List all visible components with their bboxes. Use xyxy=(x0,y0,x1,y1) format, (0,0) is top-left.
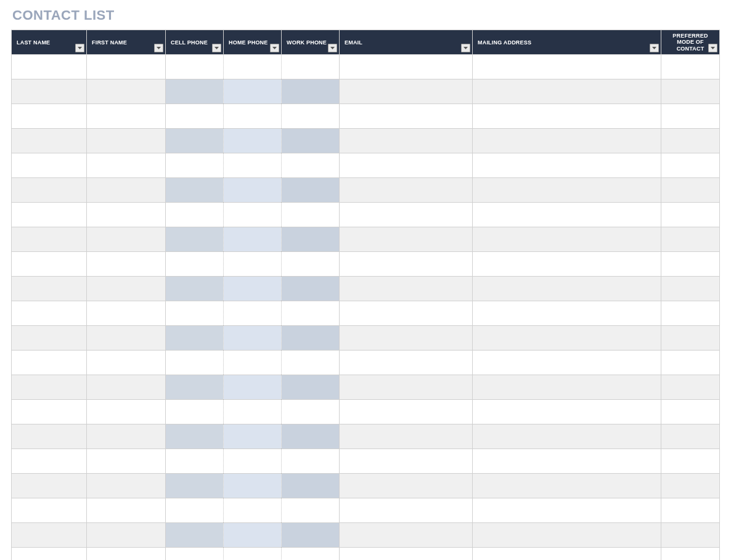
cell-first-name[interactable] xyxy=(87,351,166,375)
cell-preferred-mode[interactable] xyxy=(661,424,720,449)
cell-home-phone[interactable] xyxy=(224,227,282,252)
cell-home-phone[interactable] xyxy=(224,153,282,178)
cell-mailing-address[interactable] xyxy=(473,326,661,351)
cell-preferred-mode[interactable] xyxy=(661,203,720,227)
cell-first-name[interactable] xyxy=(87,400,166,424)
filter-dropdown-icon[interactable] xyxy=(328,44,337,52)
cell-first-name[interactable] xyxy=(87,79,166,104)
cell-mailing-address[interactable] xyxy=(473,55,661,79)
cell-mailing-address[interactable] xyxy=(473,375,661,400)
cell-home-phone[interactable] xyxy=(224,55,282,79)
cell-first-name[interactable] xyxy=(87,153,166,178)
cell-mailing-address[interactable] xyxy=(473,79,661,104)
cell-preferred-mode[interactable] xyxy=(661,400,720,424)
cell-cell-phone[interactable] xyxy=(166,153,224,178)
cell-last-name[interactable] xyxy=(12,326,87,351)
cell-preferred-mode[interactable] xyxy=(661,474,720,498)
cell-email[interactable] xyxy=(340,375,473,400)
cell-last-name[interactable] xyxy=(12,153,87,178)
cell-work-phone[interactable] xyxy=(282,449,340,474)
cell-work-phone[interactable] xyxy=(282,498,340,523)
cell-preferred-mode[interactable] xyxy=(661,129,720,153)
cell-work-phone[interactable] xyxy=(282,153,340,178)
cell-mailing-address[interactable] xyxy=(473,178,661,203)
cell-last-name[interactable] xyxy=(12,351,87,375)
cell-mailing-address[interactable] xyxy=(473,400,661,424)
cell-email[interactable] xyxy=(340,153,473,178)
cell-email[interactable] xyxy=(340,548,473,560)
cell-mailing-address[interactable] xyxy=(473,498,661,523)
cell-cell-phone[interactable] xyxy=(166,277,224,301)
cell-mailing-address[interactable] xyxy=(473,449,661,474)
filter-dropdown-icon[interactable] xyxy=(154,44,163,52)
cell-preferred-mode[interactable] xyxy=(661,104,720,129)
cell-first-name[interactable] xyxy=(87,326,166,351)
cell-cell-phone[interactable] xyxy=(166,129,224,153)
cell-preferred-mode[interactable] xyxy=(661,301,720,326)
cell-work-phone[interactable] xyxy=(282,227,340,252)
cell-first-name[interactable] xyxy=(87,523,166,548)
cell-email[interactable] xyxy=(340,498,473,523)
column-header-last-name[interactable]: LAST NAME xyxy=(12,30,87,55)
cell-preferred-mode[interactable] xyxy=(661,55,720,79)
cell-work-phone[interactable] xyxy=(282,400,340,424)
cell-email[interactable] xyxy=(340,326,473,351)
cell-first-name[interactable] xyxy=(87,498,166,523)
cell-work-phone[interactable] xyxy=(282,178,340,203)
cell-email[interactable] xyxy=(340,277,473,301)
cell-work-phone[interactable] xyxy=(282,326,340,351)
cell-work-phone[interactable] xyxy=(282,351,340,375)
cell-home-phone[interactable] xyxy=(224,424,282,449)
cell-work-phone[interactable] xyxy=(282,104,340,129)
cell-mailing-address[interactable] xyxy=(473,351,661,375)
cell-first-name[interactable] xyxy=(87,548,166,560)
cell-cell-phone[interactable] xyxy=(166,55,224,79)
cell-last-name[interactable] xyxy=(12,227,87,252)
cell-last-name[interactable] xyxy=(12,203,87,227)
cell-home-phone[interactable] xyxy=(224,375,282,400)
cell-home-phone[interactable] xyxy=(224,104,282,129)
cell-email[interactable] xyxy=(340,203,473,227)
cell-preferred-mode[interactable] xyxy=(661,523,720,548)
cell-mailing-address[interactable] xyxy=(473,277,661,301)
cell-first-name[interactable] xyxy=(87,449,166,474)
cell-last-name[interactable] xyxy=(12,301,87,326)
cell-last-name[interactable] xyxy=(12,424,87,449)
filter-dropdown-icon[interactable] xyxy=(650,44,659,52)
cell-email[interactable] xyxy=(340,227,473,252)
cell-cell-phone[interactable] xyxy=(166,227,224,252)
cell-home-phone[interactable] xyxy=(224,498,282,523)
cell-preferred-mode[interactable] xyxy=(661,153,720,178)
cell-preferred-mode[interactable] xyxy=(661,178,720,203)
cell-last-name[interactable] xyxy=(12,129,87,153)
cell-email[interactable] xyxy=(340,252,473,277)
cell-home-phone[interactable] xyxy=(224,474,282,498)
cell-last-name[interactable] xyxy=(12,104,87,129)
cell-work-phone[interactable] xyxy=(282,474,340,498)
column-header-home-phone[interactable]: HOME PHONE xyxy=(224,30,282,55)
cell-cell-phone[interactable] xyxy=(166,523,224,548)
cell-cell-phone[interactable] xyxy=(166,424,224,449)
cell-email[interactable] xyxy=(340,424,473,449)
cell-email[interactable] xyxy=(340,178,473,203)
cell-preferred-mode[interactable] xyxy=(661,351,720,375)
cell-preferred-mode[interactable] xyxy=(661,548,720,560)
cell-cell-phone[interactable] xyxy=(166,351,224,375)
filter-dropdown-icon[interactable] xyxy=(461,44,470,52)
cell-email[interactable] xyxy=(340,474,473,498)
cell-preferred-mode[interactable] xyxy=(661,79,720,104)
cell-mailing-address[interactable] xyxy=(473,252,661,277)
cell-email[interactable] xyxy=(340,449,473,474)
column-header-cell-phone[interactable]: CELL PHONE xyxy=(166,30,224,55)
cell-cell-phone[interactable] xyxy=(166,498,224,523)
column-header-work-phone[interactable]: WORK PHONE xyxy=(282,30,340,55)
column-header-first-name[interactable]: FIRST NAME xyxy=(87,30,166,55)
cell-last-name[interactable] xyxy=(12,277,87,301)
filter-dropdown-icon[interactable] xyxy=(270,44,279,52)
cell-first-name[interactable] xyxy=(87,178,166,203)
cell-mailing-address[interactable] xyxy=(473,203,661,227)
cell-cell-phone[interactable] xyxy=(166,326,224,351)
cell-email[interactable] xyxy=(340,301,473,326)
cell-work-phone[interactable] xyxy=(282,523,340,548)
cell-home-phone[interactable] xyxy=(224,178,282,203)
